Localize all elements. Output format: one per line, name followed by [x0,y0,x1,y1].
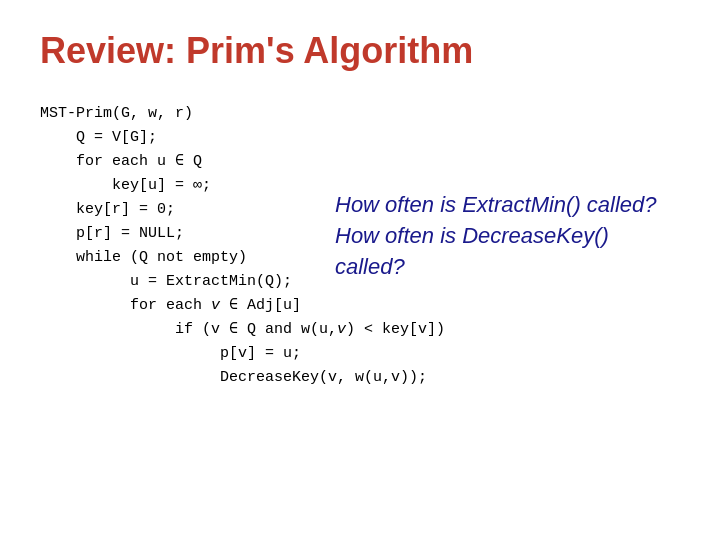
annotation-line2: How often is DecreaseKey() called? [335,221,680,283]
code-line-1: MST-Prim(G, w, r) [40,102,680,126]
slide: Review: Prim's Algorithm MST-Prim(G, w, … [0,0,720,540]
code-line-9: for each v ∈ Adj[u] [40,294,680,318]
code-line-3: for each u ∈ Q [40,150,680,174]
code-line-10: if (v ∈ Q and w(u,v) < key[v]) [40,318,680,342]
slide-title: Review: Prim's Algorithm [40,30,680,72]
annotation-line1: How often is ExtractMin() called? [335,190,680,221]
code-block: MST-Prim(G, w, r) Q = V[G]; for each u ∈… [40,102,680,390]
code-line-2: Q = V[G]; [40,126,680,150]
code-line-12: DecreaseKey(v, w(u,v)); [40,366,680,390]
code-line-11: p[v] = u; [40,342,680,366]
annotation-box: How often is ExtractMin() called? How of… [335,190,680,282]
